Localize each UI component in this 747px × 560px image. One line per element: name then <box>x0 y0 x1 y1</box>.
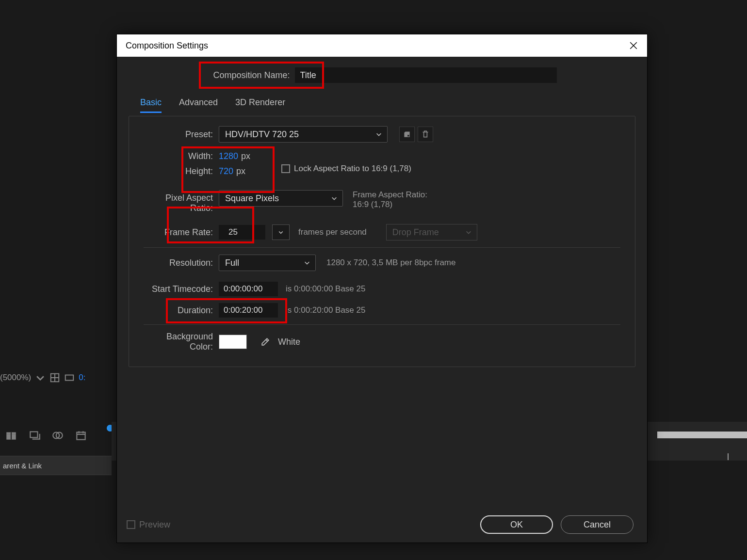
save-preset-icon <box>403 130 411 139</box>
frame-rate-input[interactable] <box>224 225 255 240</box>
svg-rect-8 <box>77 432 85 440</box>
svg-rect-9 <box>407 135 409 136</box>
chevron-down-icon <box>304 259 310 266</box>
height-value[interactable]: 720 <box>219 166 233 176</box>
frame-rate-dropdown-toggle[interactable] <box>272 224 290 240</box>
viewport-zoom-readout: (5000%) 0: <box>0 372 85 383</box>
close-button[interactable] <box>620 34 647 57</box>
px-suffix: px <box>241 151 250 161</box>
duration-label: Duration: <box>144 305 219 316</box>
start-timecode-info: is 0:00:00:00 Base 25 <box>286 284 365 294</box>
duration-input[interactable] <box>219 303 278 318</box>
frame-icon[interactable] <box>64 372 75 383</box>
width-label: Width: <box>144 151 219 161</box>
timeline-column-header: arent & Link <box>0 456 112 475</box>
chevron-down-icon[interactable] <box>35 372 46 383</box>
start-timecode-input[interactable] <box>219 282 278 296</box>
drop-frame-select: Drop Frame <box>386 224 477 240</box>
timecode-hint: 0: <box>79 373 85 383</box>
ruler-tick <box>728 453 729 460</box>
lock-aspect-checkbox[interactable] <box>281 164 290 173</box>
divider <box>144 324 620 325</box>
frame-rate-suffix: frames per second <box>298 227 367 237</box>
layout-grid-icon[interactable] <box>49 372 60 383</box>
composition-settings-dialog: Composition Settings Composition Name: B… <box>116 34 648 543</box>
resolution-info: 1280 x 720, 3,5 MB per 8bpc frame <box>326 258 456 268</box>
color-name: White <box>278 337 300 347</box>
trash-icon <box>421 130 430 139</box>
start-timecode-label: Start Timecode: <box>144 284 219 294</box>
px-suffix: px <box>236 166 245 176</box>
divider <box>144 247 620 248</box>
preview-checkbox[interactable] <box>127 520 135 529</box>
eyedropper-icon <box>261 337 270 346</box>
basic-panel: Preset: HDV/HDTV 720 25 <box>129 116 635 367</box>
dialog-titlebar: Composition Settings <box>117 34 647 57</box>
close-icon <box>629 41 638 50</box>
dialog-title: Composition Settings <box>126 41 208 51</box>
delete-preset-button[interactable] <box>418 127 433 142</box>
background-color-label: Background Color: <box>144 332 219 352</box>
tab-3d-renderer[interactable]: 3D Renderer <box>235 97 285 113</box>
gift-icon[interactable] <box>5 429 17 442</box>
frame-rate-label: Frame Rate: <box>144 227 219 238</box>
frame-aspect-label: Frame Aspect Ratio: <box>353 190 427 200</box>
resolution-label: Resolution: <box>144 258 219 268</box>
tab-advanced[interactable]: Advanced <box>179 97 218 113</box>
composition-name-input[interactable] <box>295 67 557 83</box>
width-value[interactable]: 1280 <box>219 151 238 161</box>
chevron-down-icon <box>375 131 382 138</box>
preview-label: Preview <box>139 520 170 530</box>
preset-label: Preset: <box>144 129 219 140</box>
cancel-button[interactable]: Cancel <box>561 515 633 534</box>
zoom-value[interactable]: (5000%) <box>0 373 31 383</box>
svg-rect-4 <box>11 432 12 440</box>
color-swatch[interactable] <box>219 335 247 349</box>
composition-name-label: Composition Name: <box>208 70 290 80</box>
resolution-select[interactable]: Full <box>219 255 316 271</box>
height-label: Height: <box>144 166 219 176</box>
preset-select[interactable]: HDV/HDTV 720 25 <box>219 126 388 143</box>
duration-info: is 0:00:20:00 Base 25 <box>286 305 365 315</box>
chevron-down-icon <box>331 195 338 202</box>
tab-bar: Basic Advanced 3D Renderer <box>128 93 636 116</box>
layers-icon[interactable] <box>28 429 41 442</box>
ok-button[interactable]: OK <box>480 515 553 534</box>
svg-rect-1 <box>65 375 74 381</box>
lock-aspect-label: Lock Aspect Ratio to 16:9 (1,78) <box>294 164 411 174</box>
frame-aspect-value: 16:9 (1,78) <box>353 200 427 209</box>
timeline-toolbar <box>5 429 87 442</box>
calendar-icon[interactable] <box>75 429 87 442</box>
work-area-bar[interactable] <box>657 432 747 438</box>
tab-basic[interactable]: Basic <box>140 97 162 113</box>
chevron-down-icon <box>465 229 472 236</box>
par-label: Pixel Aspect Ratio: <box>144 190 219 213</box>
blend-icon[interactable] <box>51 429 64 442</box>
svg-rect-5 <box>30 432 37 437</box>
eyedropper-button[interactable] <box>258 334 273 350</box>
save-preset-button[interactable] <box>399 127 415 142</box>
dialog-footer: Preview OK Cancel <box>117 515 647 534</box>
pixel-aspect-select[interactable]: Square Pixels <box>219 190 343 207</box>
